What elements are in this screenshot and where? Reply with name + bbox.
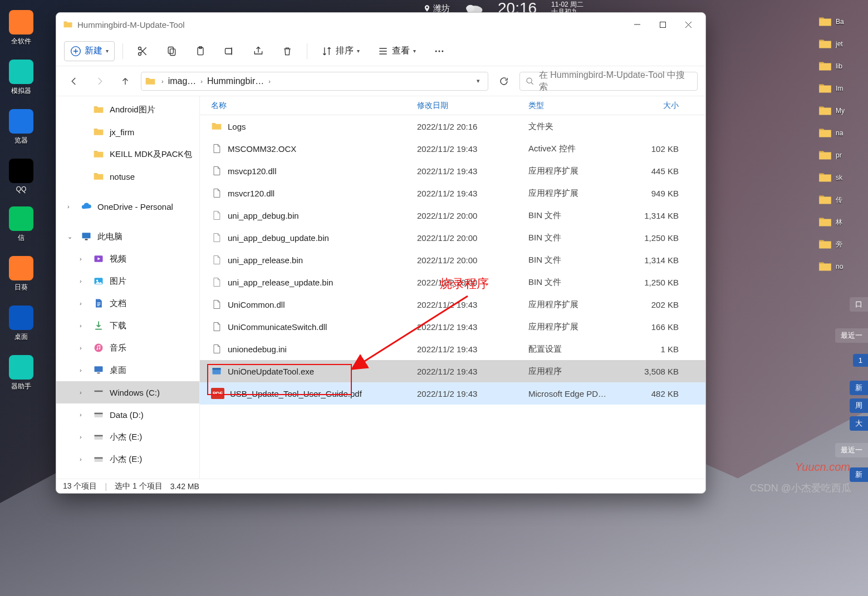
side-tab-big[interactable]: 大 [850,416,868,431]
file-row[interactable]: uni_app_debug_update.bin 2022/11/2 20:00… [200,226,705,249]
breadcrumb-segment[interactable]: Hummingbir… [205,76,266,86]
chevron-right-icon[interactable]: › [159,78,166,85]
maximize-button[interactable] [650,13,675,36]
desktop-icon[interactable]: sk [815,170,868,185]
side-tab-cycle[interactable]: 周 [850,398,868,413]
chevron-right-icon[interactable]: › [80,322,87,329]
sidebar-item[interactable]: ›桌面 [56,359,199,381]
minimize-button[interactable] [624,13,650,36]
desktop-icon[interactable]: jet [815,37,868,51]
sidebar-item-thispc[interactable]: ⌄此电脑 [56,225,199,248]
up-button[interactable] [115,71,135,91]
file-row[interactable]: UniCommunicateSwitch.dll 2022/11/2 19:43… [200,316,705,338]
desktop-icon[interactable]: 全软件 [0,10,42,46]
view-button[interactable]: 查看▾ [371,41,422,61]
chevron-right-icon[interactable]: › [80,344,87,351]
side-tab-new[interactable]: 新 [850,381,868,395]
side-tab-recent2[interactable]: 最近一 [835,443,868,457]
desktop-icon[interactable]: My [815,104,868,118]
side-tab-one[interactable]: 1 [853,354,868,367]
col-name[interactable]: 名称 [211,101,417,111]
share-button[interactable] [247,41,270,61]
chevron-right-icon[interactable]: › [80,434,87,440]
sidebar-item[interactable]: KEILL MDK及PACK包 [56,143,199,165]
file-row[interactable]: uni_app_debug.bin 2022/11/2 20:00 BIN 文件… [200,204,705,226]
sidebar-item[interactable]: ›视频 [56,248,199,270]
desktop-icon[interactable]: QQ [0,159,42,193]
forward-button[interactable] [90,71,110,91]
file-row[interactable]: PDFUSB_Update_Tool_User_Guide.pdf 2022/1… [200,382,705,405]
file-row[interactable]: Logs 2022/11/2 20:16 文件夹 [200,115,705,137]
refresh-button[interactable] [494,72,514,91]
chevron-right-icon[interactable]: › [80,255,87,262]
chevron-right-icon[interactable]: › [67,203,75,210]
desktop-icon[interactable]: pr [815,148,868,162]
desktop-icon[interactable]: lib [815,59,868,73]
sidebar-item[interactable]: ›图片 [56,270,199,292]
delete-button[interactable] [276,41,299,61]
desktop-icon[interactable]: 旁 [815,237,868,252]
chevron-down-icon[interactable]: ⌄ [67,233,75,240]
chevron-right-icon[interactable]: › [80,367,87,373]
chevron-right-icon[interactable]: › [198,78,205,85]
sidebar-item[interactable]: ›音乐 [56,337,199,359]
col-type[interactable]: 类型 [528,101,623,111]
rename-button[interactable] [218,41,241,61]
sidebar-item[interactable]: ›小杰 (E:) [56,448,199,470]
titlebar[interactable]: Hummingbird-M-Update-Tool [56,13,705,36]
breadcrumb[interactable]: › imag… › Hummingbir… › ▾ [141,72,488,91]
side-tab-recent[interactable]: 最近一 [835,328,868,343]
file-row[interactable]: msvcp120.dll 2022/11/2 19:43 应用程序扩展 445 … [200,160,705,182]
desktop-icon[interactable]: 桌面 [0,306,42,342]
cut-button[interactable] [131,41,154,61]
chevron-right-icon[interactable]: › [80,389,87,396]
chevron-right-icon[interactable]: › [80,300,87,307]
column-headers[interactable]: 名称 修改日期 类型 大小 [200,96,705,115]
sidebar-item[interactable]: Android图片 [56,98,199,121]
new-button[interactable]: 新建▾ [64,41,115,61]
chevron-right-icon[interactable]: › [266,78,273,85]
breadcrumb-segment[interactable]: imag… [166,76,199,86]
sidebar-item[interactable]: ›小杰 (E:) [56,426,199,448]
desktop-icon[interactable]: 览器 [0,109,42,145]
desktop-icon[interactable]: Ba [815,14,868,29]
desktop-icon[interactable]: 传 [815,193,868,207]
sort-button[interactable]: 排序▾ [315,41,366,61]
col-size[interactable]: 大小 [623,101,679,111]
chevron-right-icon[interactable]: › [80,411,87,418]
desktop-icon[interactable]: 信 [0,206,42,243]
file-row[interactable]: uni_app_release.bin 2022/11/2 20:00 BIN … [200,249,705,271]
chevron-down-icon[interactable]: ▾ [472,77,484,85]
desktop-icon[interactable]: 器助手 [0,355,42,391]
side-tab-contacts[interactable]: 口 [850,297,868,312]
file-row[interactable]: UniOneUpdateTool.exe 2022/11/2 19:43 应用程… [200,360,705,382]
desktop-icon[interactable]: 日葵 [0,256,42,292]
desktop-icon[interactable]: na [815,126,868,140]
file-row[interactable]: uni_app_release_update.bin 2022/11/2 20:… [200,271,705,293]
sidebar-item[interactable]: notuse [56,165,199,188]
chevron-right-icon[interactable]: › [80,456,87,462]
side-tab-new2[interactable]: 新 [850,467,868,482]
close-button[interactable] [675,13,701,36]
paste-button[interactable] [189,41,212,61]
desktop-icon[interactable]: Im [815,81,868,96]
file-row[interactable]: unionedebug.ini 2022/11/2 19:43 配置设置 1 K… [200,338,705,360]
sidebar-item[interactable]: jx_firm [56,121,199,143]
file-row[interactable]: UniCommon.dll 2022/11/2 19:43 应用程序扩展 202… [200,293,705,316]
file-row[interactable]: MSCOMM32.OCX 2022/11/2 19:43 ActiveX 控件 … [200,137,705,160]
sidebar-item[interactable]: ›Windows (C:) [56,381,199,403]
search-input[interactable]: 在 Hummingbird-M-Update-Tool 中搜索 [519,72,698,91]
back-button[interactable] [64,71,84,91]
desktop-icon[interactable]: 林 [815,215,868,229]
file-row[interactable]: msvcr120.dll 2022/11/2 19:43 应用程序扩展 949 … [200,182,705,204]
desktop-icon[interactable]: no [815,259,868,274]
chevron-right-icon[interactable]: › [80,278,87,284]
sidebar-item[interactable]: ›Data (D:) [56,403,199,426]
desktop-icon[interactable]: 模拟器 [0,60,42,96]
col-date[interactable]: 修改日期 [417,101,528,111]
more-button[interactable] [428,41,451,61]
sidebar-item[interactable]: ›文档 [56,292,199,314]
sidebar-item-onedrive[interactable]: ›OneDrive - Personal [56,195,199,218]
sidebar-item[interactable]: ›下载 [56,314,199,337]
copy-button[interactable] [160,41,183,61]
